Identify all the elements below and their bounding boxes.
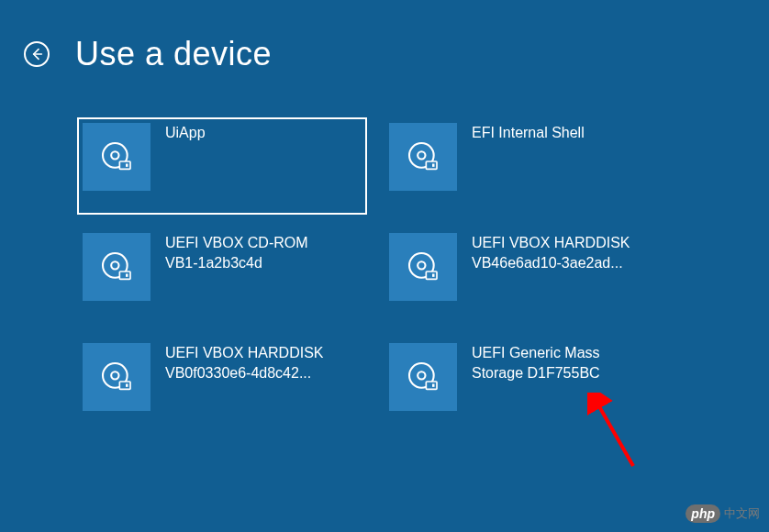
svg-rect-12: [126, 274, 128, 277]
svg-rect-16: [432, 274, 435, 277]
device-label: UEFI VBOX HARDDISK VB46e6ad10-3ae2ad...: [472, 233, 630, 272]
devices-grid: UiApp EFI Internal Shell UEFI VBOX CD-RO…: [0, 73, 769, 435]
device-label: UEFI Generic Mass Storage D1F755BC: [472, 343, 600, 382]
device-tile-generic-mass-storage[interactable]: UEFI Generic Mass Storage D1F755BC: [384, 338, 674, 435]
disc-icon: [83, 343, 150, 411]
page-title: Use a device: [75, 35, 272, 73]
arrow-left-icon: [29, 47, 44, 61]
watermark-logo: php: [685, 504, 720, 523]
back-button[interactable]: [24, 41, 50, 67]
svg-rect-3: [119, 161, 130, 169]
svg-rect-7: [426, 161, 437, 169]
disc-icon: [83, 123, 150, 191]
svg-point-2: [111, 151, 118, 159]
svg-rect-4: [126, 164, 128, 167]
disc-icon: [389, 233, 457, 301]
svg-point-10: [111, 261, 118, 269]
svg-point-14: [418, 261, 425, 269]
disc-icon: [389, 123, 457, 191]
header: Use a device: [0, 0, 769, 73]
svg-rect-8: [432, 164, 435, 167]
svg-point-18: [111, 371, 118, 379]
svg-rect-20: [126, 384, 128, 387]
device-tile-efi-shell[interactable]: EFI Internal Shell: [384, 117, 674, 215]
watermark-text: 中文网: [724, 505, 760, 522]
device-label: UiApp: [165, 123, 206, 143]
device-tile-vbox-harddisk-2[interactable]: UEFI VBOX HARDDISK VB0f0330e6-4d8c42...: [77, 338, 367, 435]
disc-icon: [389, 343, 457, 411]
svg-point-22: [418, 371, 425, 379]
svg-rect-15: [426, 272, 437, 279]
svg-rect-24: [432, 384, 435, 387]
device-label: UEFI VBOX CD-ROM VB1-1a2b3c4d: [165, 233, 308, 272]
device-label: UEFI VBOX HARDDISK VB0f0330e6-4d8c42...: [165, 343, 323, 382]
device-tile-vbox-harddisk-1[interactable]: UEFI VBOX HARDDISK VB46e6ad10-3ae2ad...: [384, 227, 674, 325]
device-tile-vbox-cdrom[interactable]: UEFI VBOX CD-ROM VB1-1a2b3c4d: [77, 227, 367, 325]
watermark: php 中文网: [685, 504, 760, 523]
svg-rect-23: [426, 382, 437, 389]
device-label: EFI Internal Shell: [472, 123, 585, 143]
svg-rect-11: [119, 272, 130, 279]
svg-rect-19: [119, 382, 130, 389]
svg-point-6: [418, 151, 425, 159]
disc-icon: [83, 233, 150, 301]
device-tile-uiapp[interactable]: UiApp: [77, 117, 367, 215]
